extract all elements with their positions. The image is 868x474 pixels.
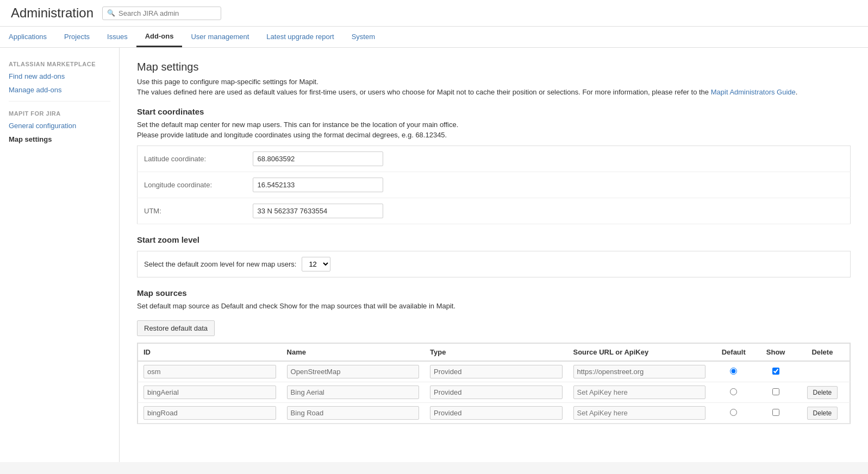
- sidebar-item-manage-addons[interactable]: Manage add-ons: [0, 83, 119, 97]
- start-coordinates-desc1: Set the default map center for new map u…: [137, 121, 851, 129]
- zoom-label: Select the default zoom level for new ma…: [144, 260, 296, 268]
- desc1: Use this page to configure map-specific …: [137, 78, 851, 86]
- tab-projects[interactable]: Projects: [55, 27, 98, 47]
- desc2-suffix: .: [796, 88, 798, 96]
- row-osm-default-radio[interactable]: [730, 368, 737, 375]
- row-osm-type[interactable]: [430, 365, 562, 378]
- start-coordinates-title: Start coordinates: [137, 107, 851, 116]
- row-bingroad-url[interactable]: [573, 406, 705, 420]
- table-row: Delete: [138, 382, 850, 403]
- map-sources-table: ID Name Type Source URL or ApiKey Defaul…: [138, 343, 850, 424]
- row-bingaerial-name[interactable]: [287, 385, 419, 399]
- sidebar-item-map-settings[interactable]: Map settings: [0, 132, 119, 146]
- main-page-title: Map settings: [137, 61, 851, 73]
- row-bingroad-name[interactable]: [287, 406, 419, 420]
- table-row: Delete: [138, 403, 850, 424]
- sidebar-item-general-config[interactable]: General configuration: [0, 119, 119, 132]
- start-coordinates-desc2: Please provide latitude and longitude co…: [137, 131, 851, 139]
- row-bingroad-type[interactable]: [430, 406, 562, 420]
- sidebar-item-find-addons[interactable]: Find new add-ons: [0, 69, 119, 83]
- row-bingaerial-type[interactable]: [430, 385, 562, 399]
- sidebar-section-mapit: MAPIT FOR JIRA: [0, 106, 119, 119]
- row-bingaerial-default-radio[interactable]: [730, 388, 737, 395]
- latitude-input[interactable]: [253, 151, 383, 166]
- tab-latest-upgrade-report[interactable]: Latest upgrade report: [258, 27, 342, 47]
- row-bingaerial-show-checkbox[interactable]: [772, 388, 779, 395]
- nav-tabs: Applications Projects Issues Add-ons Use…: [0, 27, 868, 48]
- mapit-guide-link[interactable]: Mapit Administrators Guide: [711, 88, 796, 96]
- map-sources-title: Map sources: [137, 288, 851, 298]
- desc2: The values defined here are used as defa…: [137, 88, 851, 96]
- zoom-select[interactable]: 1234 5678 9101112 13141516 1718: [302, 257, 330, 271]
- delete-bingroad-button[interactable]: Delete: [807, 407, 838, 420]
- sidebar-divider: [9, 101, 110, 102]
- restore-default-button[interactable]: Restore default data: [137, 320, 215, 336]
- row-osm-name[interactable]: [287, 365, 419, 378]
- longitude-input[interactable]: [253, 178, 383, 192]
- row-bingaerial-id[interactable]: [143, 385, 276, 399]
- map-sources-table-wrapper: ID Name Type Source URL or ApiKey Defaul…: [137, 343, 851, 424]
- row-osm-show-checkbox[interactable]: [772, 368, 779, 375]
- col-id: ID: [138, 344, 282, 362]
- sidebar: ATLASSIAN MARKETPLACE Find new add-ons M…: [0, 48, 120, 462]
- page-title: Administration: [11, 5, 93, 21]
- start-zoom-title: Start zoom level: [137, 235, 851, 244]
- sidebar-section-marketplace: ATLASSIAN MARKETPLACE: [0, 56, 119, 69]
- utm-input[interactable]: [253, 204, 383, 218]
- tab-issues[interactable]: Issues: [98, 27, 136, 47]
- zoom-section: Select the default zoom level for new ma…: [137, 251, 851, 277]
- search-icon: 🔍: [107, 9, 115, 17]
- col-default: Default: [711, 344, 757, 362]
- coordinates-table: Latitude coordinate: Longitude coordinat…: [137, 146, 851, 224]
- table-row: UTM:: [138, 198, 851, 224]
- main-content: Map settings Use this page to configure …: [120, 48, 868, 462]
- row-bingroad-default-radio[interactable]: [730, 409, 737, 416]
- map-sources-desc: Set default map source as Default and ch…: [137, 302, 851, 310]
- search-input[interactable]: [118, 9, 216, 17]
- table-header-row: ID Name Type Source URL or ApiKey Defaul…: [138, 344, 850, 362]
- layout: ATLASSIAN MARKETPLACE Find new add-ons M…: [0, 48, 868, 462]
- tab-user-management[interactable]: User management: [182, 27, 258, 47]
- utm-label: UTM:: [138, 198, 246, 224]
- header: Administration 🔍: [0, 0, 868, 27]
- table-row: Latitude coordinate:: [138, 146, 851, 172]
- row-bingroad-show-checkbox[interactable]: [772, 409, 779, 416]
- col-show: Show: [757, 344, 795, 362]
- search-box[interactable]: 🔍: [102, 7, 221, 20]
- row-bingaerial-url[interactable]: [573, 385, 705, 399]
- table-row: Longitude coordinate:: [138, 172, 851, 198]
- col-delete: Delete: [795, 344, 850, 362]
- row-osm-id[interactable]: [143, 365, 276, 378]
- col-type: Type: [424, 344, 567, 362]
- row-bingroad-id[interactable]: [143, 406, 276, 420]
- tab-applications[interactable]: Applications: [0, 27, 55, 47]
- row-osm-url[interactable]: [573, 365, 705, 378]
- tab-system[interactable]: System: [343, 27, 384, 47]
- col-url: Source URL or ApiKey: [568, 344, 711, 362]
- delete-bingaerial-button[interactable]: Delete: [807, 386, 838, 399]
- tab-addons[interactable]: Add-ons: [136, 27, 183, 47]
- desc2-prefix: The values defined here are used as defa…: [137, 88, 711, 96]
- longitude-label: Longitude coordinate:: [138, 172, 246, 198]
- col-name: Name: [282, 344, 424, 362]
- latitude-label: Latitude coordinate:: [138, 146, 246, 172]
- table-row: [138, 361, 850, 382]
